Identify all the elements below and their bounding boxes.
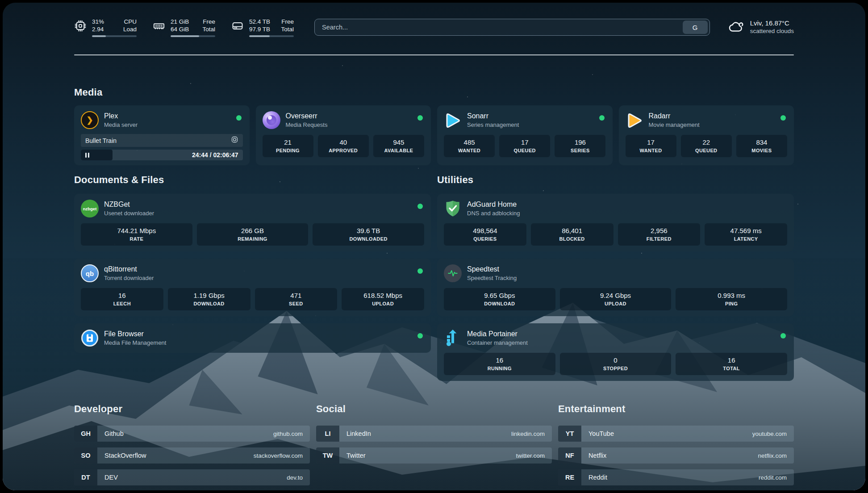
stat-downloaded: 39.6 TB DOWNLOADED (313, 223, 424, 246)
app-card-qbittorrent[interactable]: qb qBittorrent Torrent downloader 16 LEE… (74, 259, 431, 316)
stat-blocked: 86,401 BLOCKED (531, 223, 613, 246)
sonarr-logo-icon (444, 111, 462, 129)
app-name: Overseerr (286, 112, 328, 121)
stat-queued: 22 QUEUED (681, 135, 732, 157)
status-online-dot (417, 204, 423, 209)
cpu-icon (74, 20, 87, 37)
section-title-media: Media (74, 87, 794, 98)
app-description: Media server (104, 121, 138, 129)
bookmark-linkedin[interactable]: LI LinkedIn linkedin.com (316, 426, 552, 442)
app-card-sonarr[interactable]: Sonarr Series management 485 WANTED 17 Q… (437, 105, 613, 165)
weather-widget: Lviv, 16.87°C scattered clouds (729, 19, 794, 35)
disk-progress-fill (249, 35, 270, 37)
app-name: Speedtest (467, 265, 517, 274)
app-description: Container management (467, 339, 528, 347)
disk-total-label: Total (281, 25, 294, 33)
app-name: File Browser (104, 330, 166, 338)
app-description: Movie management (649, 121, 700, 129)
bookmark-abbr: SO (74, 447, 97, 464)
search-provider-button[interactable]: G (683, 21, 708, 34)
app-description: Media File Management (104, 339, 166, 347)
filebrowser-logo-icon (81, 329, 99, 347)
plex-logo-icon: ❯ (81, 111, 99, 129)
app-description: Media Requests (286, 121, 328, 129)
app-card-speedtest[interactable]: Speedtest Speedtest Tracking 9.65 Gbps D… (437, 259, 794, 316)
status-online-dot (599, 115, 605, 121)
cpu-load-label: Load (123, 25, 137, 33)
section-title-entertainment: Entertainment (558, 403, 794, 415)
stat-movies: 834 MOVIES (736, 135, 787, 157)
app-card-filebrowser[interactable]: File Browser Media File Management (74, 323, 431, 353)
speedtest-logo-icon (444, 264, 462, 282)
stat-available: 945 AVAILABLE (373, 135, 424, 157)
overseerr-logo-icon (263, 111, 280, 129)
memory-total-label: Total (202, 25, 215, 33)
app-name: qBittorrent (104, 265, 154, 274)
cpu-load-value: 2.94 (92, 25, 104, 33)
bookmark-dev[interactable]: DT DEV dev.to (74, 469, 310, 485)
cloud-icon (729, 19, 745, 35)
bookmark-name: Twitter (339, 447, 516, 464)
bookmark-github[interactable]: GH Github github.com (74, 426, 310, 442)
stat-series: 196 SERIES (555, 135, 605, 157)
app-card-adguard[interactable]: AdGuard Home DNS and adblocking 498,564 … (437, 194, 794, 251)
stat-approved: 40 APPROVED (318, 135, 369, 157)
app-description: DNS and adblocking (467, 209, 520, 217)
app-card-nzbget[interactable]: nzbget NZBGet Usenet downloader 744.21 M… (74, 194, 431, 251)
app-description: Torrent downloader (104, 274, 154, 282)
stat-upload: 9.24 Gbps UPLOAD (560, 288, 672, 310)
bookmark-abbr: NF (558, 447, 581, 464)
stat-filtered: 2,956 FILTERED (618, 223, 701, 246)
cpu-usage-value: 31% (92, 18, 104, 25)
bookmark-stackoverflow[interactable]: SO StackOverflow stackoverflow.com (74, 447, 310, 464)
topbar: 31% 2.94 CPU Load (74, 18, 794, 37)
topbar-divider (74, 54, 794, 55)
bookmark-reddit[interactable]: RE Reddit reddit.com (558, 469, 794, 485)
app-card-plex[interactable]: ❯ Plex Media server Bullet Train (74, 105, 250, 165)
bookmark-abbr: GH (74, 426, 97, 442)
status-online-dot (236, 115, 242, 121)
bookmark-name: DEV (97, 469, 287, 485)
memory-progress-fill (171, 35, 199, 37)
app-card-overseerr[interactable]: Overseerr Media Requests 21 PENDING 40 A… (256, 105, 431, 165)
disk-progress-track (249, 35, 294, 37)
search-input[interactable] (315, 19, 683, 35)
search-bar[interactable]: G (314, 19, 710, 36)
cpu-label: CPU (123, 18, 137, 25)
app-name: AdGuard Home (467, 200, 520, 209)
bookmark-youtube[interactable]: YT YouTube youtube.com (558, 426, 794, 442)
memory-icon (153, 20, 165, 37)
disk-total-value: 97.9 TB (249, 25, 270, 33)
cpu-resource-widget: 31% 2.94 CPU Load (74, 18, 137, 37)
adguard-logo-icon (444, 200, 462, 217)
memory-total-value: 64 GiB (171, 25, 189, 33)
memory-progress-track (171, 35, 215, 37)
snow-specks (3, 3, 4, 4)
stat-leech: 16 LEECH (81, 288, 163, 310)
disk-icon (231, 20, 244, 37)
disk-free-label: Free (281, 18, 294, 25)
app-name: Radarr (649, 112, 700, 121)
app-name: Plex (104, 112, 138, 121)
bookmark-abbr: DT (74, 469, 97, 485)
app-card-radarr[interactable]: Radarr Movie management 17 WANTED 22 QUE… (619, 105, 794, 165)
bookmark-twitter[interactable]: TW Twitter twitter.com (316, 447, 552, 464)
app-name: NZBGet (104, 200, 154, 209)
now-playing-row: Bullet Train (81, 134, 243, 147)
app-name: Sonarr (467, 112, 519, 121)
cpu-progress-track (92, 35, 137, 37)
app-card-portainer[interactable]: Media Portainer Container management 16 … (437, 323, 794, 381)
bookmark-netflix[interactable]: NF Netflix netflix.com (558, 447, 794, 464)
memory-free-label: Free (202, 18, 215, 25)
stat-rate: 744.21 Mbps RATE (81, 223, 192, 246)
section-title-social: Social (316, 403, 552, 415)
disk-resource-widget: 52.4 TB 97.9 TB Free Total (231, 18, 294, 37)
bookmark-url: youtube.com (752, 426, 794, 442)
dashboard-screen: 31% 2.94 CPU Load (3, 3, 865, 490)
nzbget-logo-icon: nzbget (81, 200, 99, 217)
bookmark-url: dev.to (287, 469, 310, 485)
stat-wanted: 17 WANTED (626, 135, 676, 157)
stat-seed: 471 SEED (255, 288, 338, 310)
bookmark-name: StackOverflow (97, 447, 254, 464)
stat-download: 9.65 Gbps DOWNLOAD (444, 288, 555, 310)
